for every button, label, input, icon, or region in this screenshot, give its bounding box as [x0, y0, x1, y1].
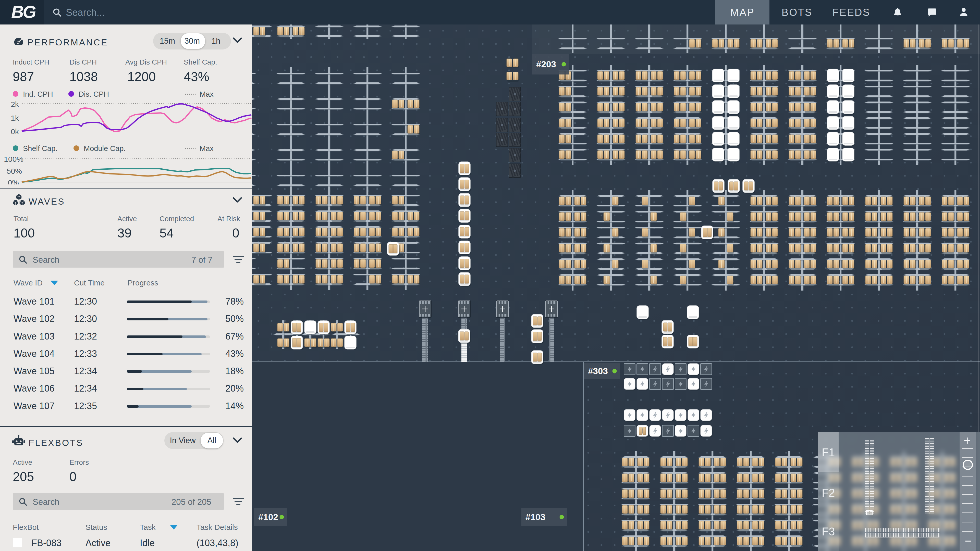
svg-text:#103: #103 [525, 512, 546, 522]
svg-text:2k: 2k [11, 100, 19, 108]
svg-text:0k: 0k [11, 127, 19, 134]
svg-text:100%: 100% [4, 155, 24, 163]
svg-text:1k: 1k [11, 114, 19, 122]
svg-text:50%: 50% [6, 167, 22, 175]
svg-text:#203: #203 [536, 59, 556, 69]
svg-text:0%: 0% [8, 178, 19, 184]
svg-text:#303: #303 [588, 366, 608, 376]
svg-text:#102: #102 [258, 512, 278, 522]
svg-text:BG: BG [11, 2, 36, 21]
